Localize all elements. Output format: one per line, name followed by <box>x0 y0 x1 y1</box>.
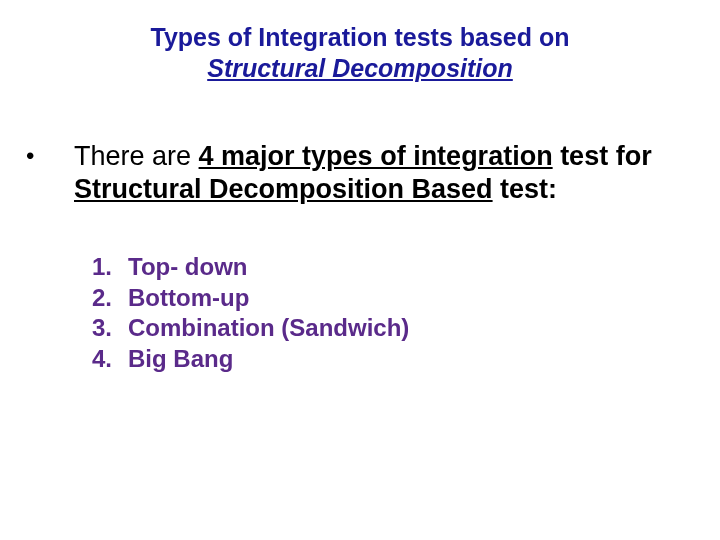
slide: Types of Integration tests based on Stru… <box>0 0 720 540</box>
body-block: • There are 4 major types of integration… <box>20 140 720 206</box>
list-item-text: Combination (Sandwich) <box>128 313 409 344</box>
list-item-number: 2. <box>92 283 128 314</box>
list-item-text: Top- down <box>128 252 248 283</box>
title-line-1: Types of Integration tests based on <box>0 22 720 53</box>
bullet-text-post1: test for <box>553 141 652 171</box>
list-item-number: 3. <box>92 313 128 344</box>
slide-title: Types of Integration tests based on Stru… <box>0 0 720 85</box>
bullet-marker: • <box>20 140 74 171</box>
bullet-text-pre: There are <box>74 141 199 171</box>
list-item-text: Bottom-up <box>128 283 249 314</box>
bullet-item: • There are 4 major types of integration… <box>20 140 720 206</box>
list-item: 1. Top- down <box>92 252 409 283</box>
list-item: 2. Bottom-up <box>92 283 409 314</box>
bullet-text: There are 4 major types of integration t… <box>74 140 720 206</box>
list-item: 4. Big Bang <box>92 344 409 375</box>
bullet-text-underlined-1: 4 major types of integration <box>199 141 553 171</box>
list-item-number: 1. <box>92 252 128 283</box>
list-item-number: 4. <box>92 344 128 375</box>
list-item: 3. Combination (Sandwich) <box>92 313 409 344</box>
title-line-2: Structural Decomposition <box>0 53 720 84</box>
list-item-text: Big Bang <box>128 344 233 375</box>
numbered-list: 1. Top- down 2. Bottom-up 3. Combination… <box>92 252 409 375</box>
bullet-text-underlined-2: Structural Decomposition Based <box>74 174 493 204</box>
bullet-text-post2: test: <box>493 174 558 204</box>
